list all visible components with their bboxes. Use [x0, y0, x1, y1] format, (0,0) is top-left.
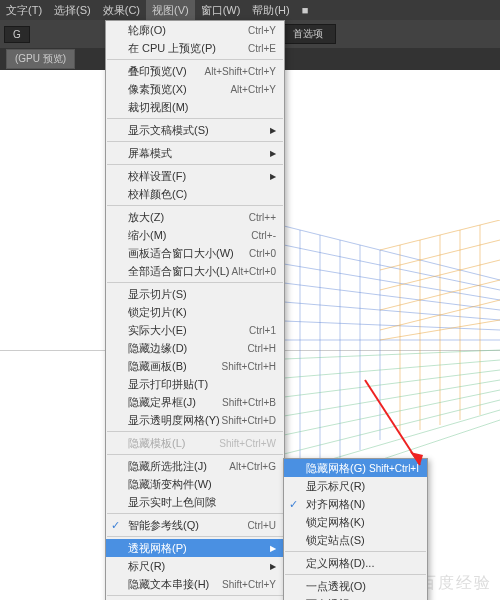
menu-separator — [107, 513, 283, 514]
menubar-item[interactable]: 效果(C) — [97, 0, 146, 21]
menubar-item[interactable]: 帮助(H) — [246, 0, 295, 21]
menu-item[interactable]: 标尺(R)▶ — [106, 557, 284, 575]
menu-item[interactable]: 屏幕模式▶ — [106, 144, 284, 162]
shortcut: Ctrl+1 — [249, 325, 276, 336]
shortcut: Alt+Ctrl+Y — [230, 84, 276, 95]
menu-item[interactable]: 隐藏网格(G)Shift+Ctrl+I — [284, 459, 427, 477]
shortcut: Ctrl+Y — [248, 25, 276, 36]
menu-item-label: 显示文稿模式(S) — [128, 123, 209, 138]
menu-item[interactable]: 锁定切片(K) — [106, 303, 284, 321]
menu-item[interactable]: 显示实时上色间隙 — [106, 493, 284, 511]
menu-separator — [107, 282, 283, 283]
menu-item[interactable]: 显示打印拼贴(T) — [106, 375, 284, 393]
menu-item-label: 屏幕模式 — [128, 146, 172, 161]
menu-item-label: 定义网格(D)... — [306, 556, 374, 571]
shortcut: Ctrl+0 — [249, 248, 276, 259]
menu-item[interactable]: 显示标尺(R) — [284, 477, 427, 495]
menu-item-label: 像素预览(X) — [128, 82, 187, 97]
document-tab[interactable]: (GPU 预览) — [6, 49, 75, 69]
menu-item[interactable]: 在 CPU 上预览(P)Ctrl+E — [106, 39, 284, 57]
menu-item[interactable]: 显示文稿模式(S)▶ — [106, 121, 284, 139]
menu-item-label: 标尺(R) — [128, 559, 165, 574]
menu-item[interactable]: 校样设置(F)▶ — [106, 167, 284, 185]
menu-item[interactable]: 校样颜色(C) — [106, 185, 284, 203]
menubar-item[interactable]: 视图(V) — [146, 0, 195, 21]
menu-item[interactable]: 一点透视(O) — [284, 577, 427, 595]
menu-separator — [107, 454, 283, 455]
menu-item-label: 缩小(M) — [128, 228, 167, 243]
menu-item-label: 显示实时上色间隙 — [128, 495, 216, 510]
menu-item[interactable]: ✓对齐网格(N) — [284, 495, 427, 513]
chevron-right-icon: ▶ — [270, 544, 276, 553]
menu-item-label: 校样设置(F) — [128, 169, 186, 184]
menu-item-label: 隐藏模板(L) — [128, 436, 185, 451]
chevron-right-icon: ▶ — [270, 126, 276, 135]
toolbar-left[interactable]: G — [4, 26, 30, 43]
menubar-item[interactable]: 选择(S) — [48, 0, 97, 21]
menu-item-label: 隐藏文本串接(H) — [128, 577, 209, 592]
perspective-grid-submenu: 隐藏网格(G)Shift+Ctrl+I显示标尺(R)✓对齐网格(N)锁定网格(K… — [283, 458, 428, 600]
menu-item[interactable]: 显示透明度网格(Y)Shift+Ctrl+D — [106, 411, 284, 429]
menu-item[interactable]: 叠印预览(V)Alt+Shift+Ctrl+Y — [106, 62, 284, 80]
check-icon: ✓ — [289, 498, 298, 511]
shortcut: Ctrl+- — [251, 230, 276, 241]
menu-item[interactable]: 锁定网格(K) — [284, 513, 427, 531]
menu-item-label: 隐藏边缘(D) — [128, 341, 187, 356]
menu-item[interactable]: 隐藏画板(B)Shift+Ctrl+H — [106, 357, 284, 375]
shortcut: Shift+Ctrl+Y — [222, 579, 276, 590]
menubar-item[interactable]: 窗口(W) — [195, 0, 247, 21]
menu-item[interactable]: 画板适合窗口大小(W)Ctrl+0 — [106, 244, 284, 262]
shortcut: Shift+Ctrl+D — [222, 415, 276, 426]
shortcut: Ctrl+E — [248, 43, 276, 54]
menu-separator — [107, 164, 283, 165]
menu-item[interactable]: 全部适合窗口大小(L)Alt+Ctrl+0 — [106, 262, 284, 280]
menu-item-label: 透视网格(P) — [128, 541, 187, 556]
shortcut: Alt+Shift+Ctrl+Y — [205, 66, 276, 77]
shortcut: Alt+Ctrl+0 — [232, 266, 276, 277]
menu-item-label: 一点透视(O) — [306, 579, 366, 594]
menu-item[interactable]: 缩小(M)Ctrl+- — [106, 226, 284, 244]
menu-item[interactable]: 隐藏边缘(D)Ctrl+H — [106, 339, 284, 357]
menu-item-label: 隐藏渐变构件(W) — [128, 477, 212, 492]
chevron-right-icon: ▶ — [270, 172, 276, 181]
menu-item[interactable]: 像素预览(X)Alt+Ctrl+Y — [106, 80, 284, 98]
menu-separator — [107, 59, 283, 60]
menubar-item[interactable]: ■ — [296, 1, 315, 19]
menu-item[interactable]: 隐藏定界框(J)Shift+Ctrl+B — [106, 393, 284, 411]
watermark: 百度经验 — [420, 573, 492, 594]
menu-item[interactable]: 隐藏所选批注(J)Alt+Ctrl+G — [106, 457, 284, 475]
menu-item-label: 显示标尺(R) — [306, 479, 365, 494]
menu-item[interactable]: 两点透视(T) — [284, 595, 427, 600]
menu-item[interactable]: 放大(Z)Ctrl++ — [106, 208, 284, 226]
menu-item[interactable]: 轮廓(O)Ctrl+Y — [106, 21, 284, 39]
menu-item[interactable]: 显示切片(S) — [106, 285, 284, 303]
menubar-item[interactable]: 文字(T) — [0, 0, 48, 21]
shortcut: Ctrl+U — [247, 520, 276, 531]
menu-item-label: 显示打印拼贴(T) — [128, 377, 208, 392]
menu-item-label: 隐藏定界框(J) — [128, 395, 196, 410]
menu-item[interactable]: 隐藏文本串接(H)Shift+Ctrl+Y — [106, 575, 284, 593]
chevron-right-icon: ▶ — [270, 149, 276, 158]
shortcut: Shift+Ctrl+B — [222, 397, 276, 408]
menu-item-label: 隐藏画板(B) — [128, 359, 187, 374]
menu-item-label: 两点透视(T) — [306, 597, 364, 601]
menu-item[interactable]: ✓智能参考线(Q)Ctrl+U — [106, 516, 284, 534]
menu-item-label: 轮廓(O) — [128, 23, 166, 38]
menu-item[interactable]: 透视网格(P)▶ — [106, 539, 284, 557]
menu-item[interactable]: 定义网格(D)... — [284, 554, 427, 572]
menu-item[interactable]: 实际大小(E)Ctrl+1 — [106, 321, 284, 339]
menu-item-label: 在 CPU 上预览(P) — [128, 41, 216, 56]
menu-separator — [107, 595, 283, 596]
menu-item[interactable]: 隐藏渐变构件(W) — [106, 475, 284, 493]
view-menu: 轮廓(O)Ctrl+Y在 CPU 上预览(P)Ctrl+E叠印预览(V)Alt+… — [105, 20, 285, 600]
menu-item[interactable]: 裁切视图(M) — [106, 98, 284, 116]
check-icon: ✓ — [111, 519, 120, 532]
preferences-button[interactable]: 首选项 — [280, 24, 336, 44]
menu-item-label: 显示切片(S) — [128, 287, 187, 302]
shortcut: Shift+Ctrl+I — [369, 463, 419, 474]
menu-separator — [107, 141, 283, 142]
menu-item[interactable]: 锁定站点(S) — [284, 531, 427, 549]
menubar: 文字(T)选择(S)效果(C)视图(V)窗口(W)帮助(H)■ — [0, 0, 500, 20]
menu-item-label: 锁定网格(K) — [306, 515, 365, 530]
menu-separator — [107, 205, 283, 206]
